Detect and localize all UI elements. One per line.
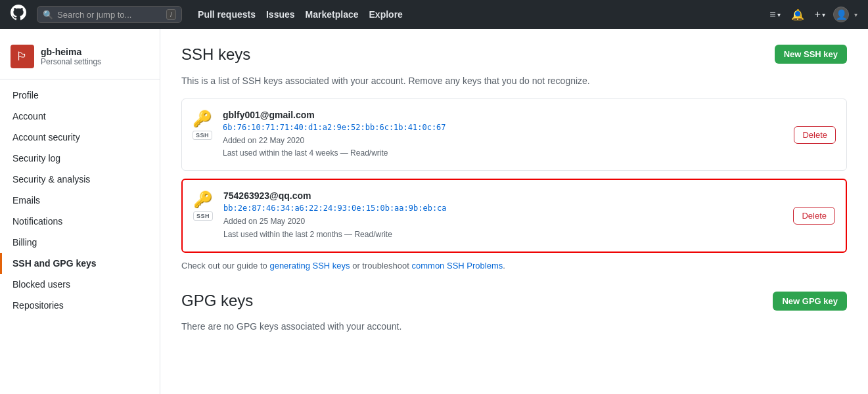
key-icon-wrap-2: 🔑 SSH <box>193 190 213 221</box>
ssh-section-title: SSH keys <box>181 45 250 64</box>
sidebar-item-ssh-gpg-keys[interactable]: SSH and GPG keys <box>0 253 160 274</box>
key-fingerprint-1: 6b:76:10:71:71:40:d1:a2:9e:52:bb:6c:1b:4… <box>223 123 783 132</box>
explore-link[interactable]: Explore <box>369 9 403 20</box>
key-last-used-2: Last used within the last 2 months — Rea… <box>223 229 783 241</box>
search-box[interactable]: 🔍 / <box>37 6 182 23</box>
sidebar-item-profile[interactable]: Profile <box>0 85 160 106</box>
ssh-info-text: This is a list of SSH keys associated wi… <box>181 74 847 88</box>
topnav-right: ≡ ▾ 🔔 + ▾ 👤 ▾ <box>767 6 857 24</box>
key-email-2: 754263923@qq.com <box>223 190 783 201</box>
search-icon: 🔍 <box>43 10 53 20</box>
search-input[interactable] <box>57 10 162 20</box>
notifications-button[interactable]: 🔔 <box>788 6 807 24</box>
delete-key-2-button[interactable]: Delete <box>793 207 835 225</box>
sidebar-username: gb-heima <box>41 47 101 57</box>
marketplace-link[interactable]: Marketplace <box>306 9 359 20</box>
ssh-key-card-1: 🔑 SSH gblfy001@gmail.com 6b:76:10:71:71:… <box>181 98 847 171</box>
sidebar-item-account[interactable]: Account <box>0 106 160 127</box>
topnav-links: Pull requests Issues Marketplace Explore <box>198 9 403 20</box>
key-added-2: Added on 25 May 2020 <box>223 215 783 228</box>
key-email-1: gblfy001@gmail.com <box>223 110 783 120</box>
gpg-info-text: There are no GPG keys associated with yo… <box>181 321 847 332</box>
gpg-keys-section: GPG keys New GPG key There are no GPG ke… <box>181 292 847 332</box>
user-avatar[interactable]: 👤 <box>833 7 849 22</box>
ssh-problems-link[interactable]: common SSH Problems <box>412 261 503 271</box>
sidebar-item-repositories[interactable]: Repositories <box>0 295 160 316</box>
issues-link[interactable]: Issues <box>266 9 295 20</box>
create-new-button[interactable]: + ▾ <box>812 6 828 23</box>
sidebar-item-security-log[interactable]: Security log <box>0 148 160 169</box>
ssh-key-card-2: 🔑 SSH 754263923@qq.com bb:2e:87:46:34:a6… <box>181 179 847 252</box>
avatar-chevron: ▾ <box>854 11 857 18</box>
sidebar-nav: Profile Account Account security Securit… <box>0 85 160 316</box>
ssh-keys-section: SSH keys New SSH key This is a list of S… <box>181 45 847 271</box>
key-icon-wrap-1: 🔑 SSH <box>193 110 212 140</box>
key-last-used-1: Last used within the last 4 weeks — Read… <box>223 147 783 160</box>
gpg-section-title: GPG keys <box>181 292 253 310</box>
menu-button[interactable]: ≡ ▾ <box>767 6 783 23</box>
key-info-1: gblfy001@gmail.com 6b:76:10:71:71:40:d1:… <box>223 110 783 160</box>
ssh-footer-note: Check out our guide to generating SSH ke… <box>181 261 847 271</box>
ssh-badge-2: SSH <box>193 211 213 221</box>
sidebar-item-billing[interactable]: Billing <box>0 232 160 253</box>
avatar: 🏳 <box>11 45 34 68</box>
sidebar-subtitle: Personal settings <box>41 57 101 66</box>
github-logo-icon[interactable] <box>11 5 26 24</box>
plus-icon: + <box>815 9 821 20</box>
gpg-section-header: GPG keys New GPG key <box>181 292 847 311</box>
menu-icon: ≡ <box>769 9 775 20</box>
new-gpg-key-button[interactable]: New GPG key <box>773 292 847 311</box>
key-info-2: 754263923@qq.com bb:2e:87:46:34:a6:22:24… <box>223 190 783 240</box>
delete-key-1-button[interactable]: Delete <box>794 126 836 144</box>
sidebar-item-notifications[interactable]: Notifications <box>0 211 160 232</box>
chevron-down-icon: ▾ <box>822 11 825 18</box>
main-content: SSH keys New SSH key This is a list of S… <box>160 29 868 394</box>
generating-ssh-keys-link[interactable]: generating SSH keys <box>269 261 350 271</box>
chevron-down-icon: ▾ <box>777 11 781 18</box>
topnav: 🔍 / Pull requests Issues Marketplace Exp… <box>0 0 868 29</box>
sidebar-item-blocked-users[interactable]: Blocked users <box>0 274 160 295</box>
key-icon-1: 🔑 <box>193 110 212 128</box>
key-added-1: Added on 22 May 2020 <box>223 135 783 147</box>
key-icon-2: 🔑 <box>193 190 213 209</box>
notification-badge <box>795 11 800 16</box>
key-fingerprint-2: bb:2e:87:46:34:a6:22:24:93:0e:15:0b:aa:9… <box>223 204 783 213</box>
sidebar-item-emails[interactable]: Emails <box>0 190 160 211</box>
page-layout: 🏳 gb-heima Personal settings Profile Acc… <box>0 29 868 394</box>
sidebar: 🏳 gb-heima Personal settings Profile Acc… <box>0 29 160 394</box>
sidebar-user-info: 🏳 gb-heima Personal settings <box>0 39 160 79</box>
sidebar-item-security-analysis[interactable]: Security & analysis <box>0 169 160 190</box>
new-ssh-key-button[interactable]: New SSH key <box>775 45 847 64</box>
slash-shortcut: / <box>166 9 176 20</box>
ssh-badge-1: SSH <box>193 131 212 140</box>
ssh-section-header: SSH keys New SSH key <box>181 45 847 64</box>
sidebar-item-account-security[interactable]: Account security <box>0 127 160 148</box>
pull-requests-link[interactable]: Pull requests <box>198 9 256 20</box>
